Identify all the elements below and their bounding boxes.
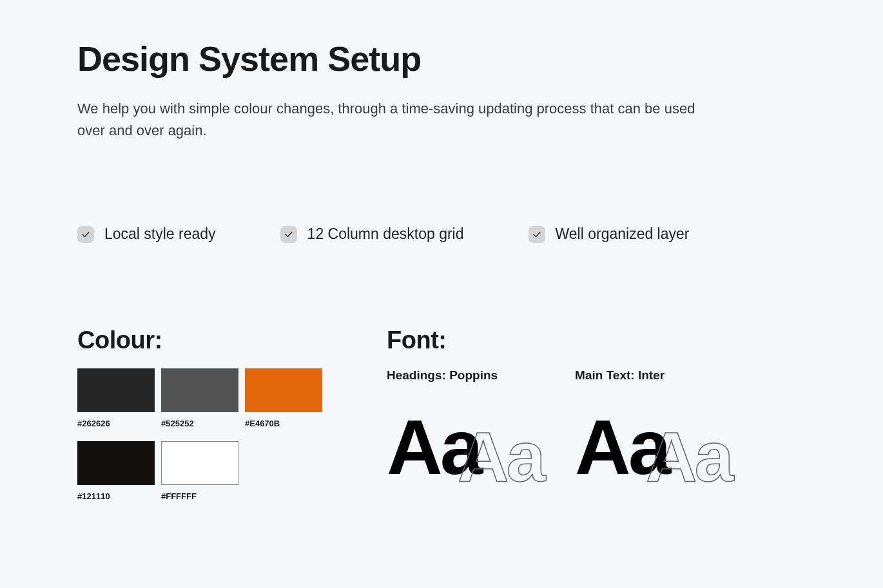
aa-outline: Aa [646, 421, 732, 492]
swatch-ffffff [161, 441, 238, 485]
page-title: Design System Setup [77, 39, 806, 79]
feature-label: Local style ready [104, 225, 216, 243]
swatch-525252 [161, 368, 238, 412]
font-sample-main: Aa Aa [575, 408, 668, 498]
swatch-e4670b [245, 368, 322, 412]
swatch-cell: #262626 [77, 368, 155, 435]
font-spec-headings: Headings: Poppins Aa Aa [387, 368, 498, 498]
font-label-headings: Headings: Poppins [387, 368, 498, 383]
colour-section: Colour: #262626 #525252 #E4670B #121110 … [77, 327, 335, 507]
font-sample-headings: Aa Aa [387, 408, 498, 498]
aa-outline: Aa [458, 421, 543, 492]
check-icon [280, 226, 297, 243]
feature-label: Well organized layer [556, 225, 690, 243]
feature-item: Well organized layer [529, 225, 690, 243]
swatch-262626 [77, 368, 155, 412]
page-description: We help you with simple colour changes, … [77, 98, 722, 142]
font-label-main: Main Text: Inter [575, 368, 668, 383]
swatch-label: #E4670B [245, 419, 322, 428]
font-label-prefix: Headings: [387, 368, 446, 382]
swatch-cell: #121110 [77, 441, 155, 507]
feature-list: Local style ready 12 Column desktop grid… [77, 225, 806, 243]
swatch-121110 [77, 441, 155, 485]
content-columns: Colour: #262626 #525252 #E4670B #121110 … [77, 327, 806, 507]
font-label-prefix: Main Text: [575, 368, 635, 382]
swatch-label: #262626 [77, 419, 155, 428]
font-name-main: Inter [638, 368, 665, 382]
font-heading: Font: [387, 327, 806, 354]
swatch-label: #121110 [77, 491, 155, 501]
feature-item: 12 Column desktop grid [280, 225, 464, 243]
check-icon [77, 226, 94, 243]
font-spec-main: Main Text: Inter Aa Aa [575, 368, 668, 498]
font-name-headings: Poppins [449, 368, 498, 382]
swatch-cell: #FFFFFF [161, 441, 238, 507]
swatch-grid: #262626 #525252 #E4670B #121110 #FFFFFF [77, 368, 335, 507]
swatch-cell: #E4670B [245, 368, 322, 435]
font-section: Font: Headings: Poppins Aa Aa Main Text:… [387, 327, 806, 507]
feature-label: 12 Column desktop grid [307, 225, 464, 243]
check-icon [529, 226, 545, 243]
swatch-cell: #525252 [161, 368, 238, 435]
colour-heading: Colour: [77, 327, 335, 354]
feature-item: Local style ready [77, 225, 216, 243]
font-specs: Headings: Poppins Aa Aa Main Text: Inter… [387, 368, 806, 498]
swatch-label: #525252 [161, 419, 238, 428]
swatch-label: #FFFFFF [161, 491, 238, 501]
